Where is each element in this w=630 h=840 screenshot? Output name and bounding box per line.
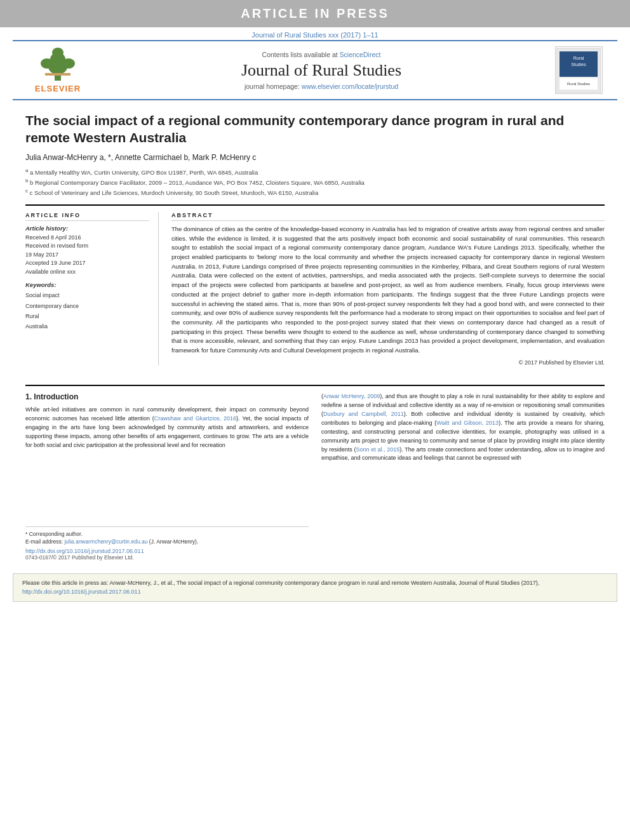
- sonn-link[interactable]: Sonn et al., 2015: [356, 446, 399, 453]
- svg-text:Rural: Rural: [573, 56, 584, 60]
- affiliation-b: b b Regional Contemporary Dance Facilita…: [25, 177, 605, 187]
- body-right-column: (Anwar McHenry, 2009), and thus are thou…: [321, 392, 605, 561]
- revised-date: Received in revised form19 May 2017: [25, 242, 149, 259]
- accepted-date: Accepted 19 June 2017: [25, 259, 149, 268]
- abstract-label: ABSTRACT: [171, 212, 605, 221]
- introduction-heading: 1. Introduction: [25, 392, 309, 401]
- svg-text:Studies: Studies: [571, 62, 586, 67]
- citation-text: Please cite this article in press as: An…: [22, 580, 539, 595]
- issn-line: 0743-0167/© 2017 Published by Elsevier L…: [25, 554, 309, 561]
- received-date: Received 8 April 2016: [25, 234, 149, 243]
- citation-doi-link[interactable]: http://dx.doi.org/10.1016/j.jrurstud.201…: [22, 589, 141, 595]
- svg-point-3: [52, 48, 64, 58]
- journal-homepage-line: journal homepage: www.elsevier.com/locat…: [93, 83, 550, 90]
- copyright-line: © 2017 Published by Elsevier Ltd.: [171, 359, 605, 366]
- authors-line: Julia Anwar-McHenry a, *, Annette Carmic…: [25, 153, 605, 162]
- contents-available-line: Contents lists available at ScienceDirec…: [93, 51, 550, 58]
- email-link[interactable]: julia.anwarmchenry@curtin.edu.au: [64, 538, 147, 545]
- citation-bar-wrapper: Please cite this article in press as: An…: [0, 573, 630, 602]
- corresponding-author-note: * Corresponding author.: [25, 530, 309, 538]
- journal-header: ELSEVIER Contents lists available at Sci…: [13, 40, 617, 100]
- affiliation-c: c c School of Veterinary and Life Scienc…: [25, 187, 605, 197]
- journal-reference-line: Journal of Rural Studies xxx (2017) 1–11: [0, 27, 630, 40]
- waitt-link[interactable]: Waitt and Gibson, 2013: [436, 420, 499, 426]
- keyword-3: Rural: [25, 311, 149, 321]
- header-center: Contents lists available at ScienceDirec…: [93, 51, 550, 90]
- keywords-list: Social impact Contemporary dance Rural A…: [25, 290, 149, 331]
- header-left: ELSEVIER: [23, 48, 93, 93]
- article-info-abstract-section: ARTICLE INFO Article history: Received 8…: [25, 204, 605, 366]
- abstract-column: ABSTRACT The dominance of cities as the …: [171, 212, 605, 366]
- keyword-2: Contemporary dance: [25, 301, 149, 311]
- affiliations: a a Mentally Healthy WA, Curtin Universi…: [25, 167, 605, 198]
- duxbury-link[interactable]: Duxbury and Campbell, 2011: [323, 411, 404, 417]
- elsevier-tree-icon: [36, 48, 80, 83]
- article-info-label: ARTICLE INFO: [25, 212, 149, 221]
- keyword-4: Australia: [25, 321, 149, 331]
- article-info-column: ARTICLE INFO Article history: Received 8…: [25, 212, 159, 366]
- svg-text:Rural Studies: Rural Studies: [567, 82, 590, 86]
- doi-link[interactable]: http://dx.doi.org/10.1016/j.jrurstud.201…: [25, 548, 144, 554]
- body-section: 1. Introduction While art-led initiative…: [0, 392, 630, 561]
- svg-point-5: [62, 58, 75, 69]
- header-right: Rural Studies Rural Studies: [550, 46, 607, 94]
- citation-bar: Please cite this article in press as: An…: [13, 573, 617, 602]
- section-divider: [25, 385, 605, 386]
- footnote-section: * Corresponding author. E-mail address: …: [25, 526, 309, 547]
- keyword-1: Social impact: [25, 290, 149, 300]
- svg-rect-6: [45, 73, 70, 76]
- journal-reference-text: Journal of Rural Studies xxx (2017) 1–11: [251, 31, 378, 39]
- article-in-press-banner: ARTICLE IN PRESS: [0, 0, 630, 27]
- svg-point-4: [41, 58, 53, 69]
- journal-homepage-link[interactable]: www.elsevier.com/locate/jrurstud: [302, 83, 398, 90]
- intro-paragraph-1: While art-led initiatives are common in …: [25, 406, 309, 450]
- elsevier-logo: ELSEVIER: [35, 48, 81, 93]
- doi-line: http://dx.doi.org/10.1016/j.jrurstud.201…: [25, 548, 309, 554]
- keywords-label: Keywords:: [25, 281, 149, 288]
- article-history: Article history: Received 8 April 2016 R…: [25, 225, 149, 277]
- affiliation-a: a a Mentally Healthy WA, Curtin Universi…: [25, 167, 605, 177]
- article-content: The social impact of a regional communit…: [0, 100, 630, 378]
- banner-text: ARTICLE IN PRESS: [241, 6, 389, 20]
- intro-paragraph-2: (Anwar McHenry, 2009), and thus are thou…: [321, 392, 605, 463]
- article-title: The social impact of a regional communit…: [25, 112, 605, 147]
- keywords-section: Keywords: Social impact Contemporary dan…: [25, 281, 149, 331]
- history-label: Article history:: [25, 225, 149, 232]
- email-note: E-mail address: julia.anwarmchenry@curti…: [25, 538, 309, 546]
- footnote-area-left: * Corresponding author. E-mail address: …: [25, 526, 309, 561]
- abstract-text: The dominance of cities as the centre of…: [171, 225, 605, 356]
- rural-studies-logo-image: Rural Studies Rural Studies: [555, 46, 603, 94]
- elsevier-label: ELSEVIER: [35, 84, 81, 93]
- anwar-mchenry-link[interactable]: Anwar McHenry, 2009: [323, 393, 380, 399]
- authors-text: Julia Anwar-McHenry a, *, Annette Carmic…: [25, 153, 256, 162]
- journal-title: Journal of Rural Studies: [93, 61, 550, 80]
- science-direct-link[interactable]: ScienceDirect: [340, 51, 381, 58]
- available-date: Available online xxx: [25, 268, 149, 277]
- body-left-column: 1. Introduction While art-led initiative…: [25, 392, 309, 561]
- crawshaw-link[interactable]: Crawshaw and Gkartzios, 2016: [154, 415, 236, 422]
